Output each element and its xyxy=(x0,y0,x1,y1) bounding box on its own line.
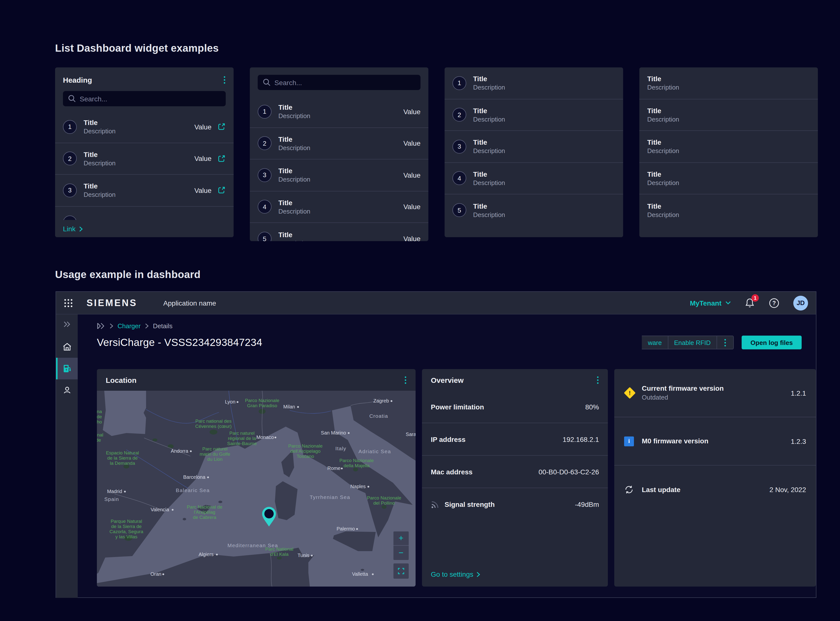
avatar[interactable]: JD xyxy=(793,295,808,310)
svg-text:Spain: Spain xyxy=(104,496,119,502)
sidebar-expand-button[interactable] xyxy=(56,314,78,334)
app-header: SIEMENS Application name MyTenant 1 xyxy=(56,292,816,314)
svg-text:Madrid: Madrid xyxy=(107,489,122,494)
list-item-clipped: 4 Title xyxy=(55,206,234,220)
breadcrumb-root-icon[interactable] xyxy=(97,323,105,329)
item-description: Description xyxy=(278,207,398,215)
list-item: 1 TitleDescription Value xyxy=(55,111,234,143)
breadcrumb-charger[interactable]: Charger xyxy=(118,322,141,330)
notifications-button[interactable]: 1 xyxy=(745,297,755,308)
map-fullscreen-button[interactable] xyxy=(393,563,409,579)
sidebar-item-charger[interactable] xyxy=(56,358,78,379)
item-title: Title xyxy=(84,182,189,191)
row-label: M0 firmware version xyxy=(642,436,709,446)
item-description: Description xyxy=(84,159,189,167)
map-zoom-out-button[interactable]: − xyxy=(393,546,409,560)
widget-search-value-list: 1 TitleDescription Value 2 TitleDescript… xyxy=(250,67,428,241)
list-item: 1 TitleDescription xyxy=(444,67,623,99)
item-value: Value xyxy=(403,139,420,147)
search-input[interactable] xyxy=(63,91,226,106)
svg-text:Rome: Rome xyxy=(327,465,340,471)
row-value: -49dBm xyxy=(575,500,599,508)
list-item: 3 TitleDescription Value xyxy=(55,175,234,206)
list-item: TitleDescription xyxy=(639,131,818,163)
siemens-logo: SIEMENS xyxy=(86,297,137,308)
item-description: Description xyxy=(278,176,398,184)
location-card-title: Location xyxy=(106,376,136,384)
svg-text:?: ? xyxy=(772,300,776,306)
item-description: Description xyxy=(647,147,810,155)
list-item: 3 TitleDescription xyxy=(444,131,623,163)
item-number: 5 xyxy=(452,203,466,217)
svg-text:Oran: Oran xyxy=(151,571,161,577)
search-icon xyxy=(263,78,271,89)
more-actions-button[interactable] xyxy=(717,336,733,349)
map[interactable]: LyonMilanZagrebSarajevCroatiaSan MarinoM… xyxy=(97,391,415,586)
chevron-right-icon xyxy=(145,323,148,329)
item-title: Title xyxy=(278,103,398,112)
location-pin xyxy=(261,507,277,527)
row-value: 2 Nov, 2022 xyxy=(769,486,806,494)
usage-section-title: Usage example in dashboard xyxy=(55,269,201,280)
svg-text:Croatia: Croatia xyxy=(369,413,388,419)
widget-footer-link[interactable]: Link xyxy=(63,225,82,233)
item-description: Description xyxy=(473,115,615,124)
open-log-files-button[interactable]: Open log files xyxy=(742,336,802,349)
chevron-right-icon xyxy=(79,226,82,232)
svg-text:Valencia: Valencia xyxy=(151,507,169,512)
item-value: Value xyxy=(194,155,212,163)
list-item: 2 TitleDescription xyxy=(444,99,623,131)
go-to-settings-link[interactable]: Go to settings xyxy=(431,570,480,578)
tenant-selector[interactable]: MyTenant xyxy=(690,299,731,307)
svg-text:Algiers: Algiers xyxy=(198,551,213,557)
item-title: Title xyxy=(278,167,398,176)
item-number: 4 xyxy=(258,200,272,214)
firmware-card: ! Current firmware version Outdated 1.2.… xyxy=(614,369,816,586)
firmware-row: Last update 2 Nov, 2022 xyxy=(614,465,816,514)
row-sublabel: Outdated xyxy=(642,393,724,402)
item-number: 3 xyxy=(452,140,466,153)
item-description: Description xyxy=(278,112,398,120)
item-description: Description xyxy=(278,144,398,152)
widgets-row: Heading 1 TitleDescription Value 2 Ti xyxy=(55,67,818,241)
list-item: 2 TitleDescription Value xyxy=(55,143,234,175)
signal-strength-icon xyxy=(431,500,440,509)
external-link-icon[interactable] xyxy=(218,123,226,131)
location-card: Location xyxy=(97,369,415,586)
map-zoom-in-button[interactable]: + xyxy=(393,532,409,546)
sidebar-item-home[interactable] xyxy=(56,336,78,358)
item-title: Title xyxy=(473,202,615,211)
help-button[interactable]: ? xyxy=(769,297,780,308)
map-canvas: LyonMilanZagrebSarajevCroatiaSan MarinoM… xyxy=(97,391,415,586)
item-title: Title xyxy=(647,106,810,115)
kebab-menu-icon[interactable] xyxy=(403,375,408,385)
item-number: 1 xyxy=(258,105,272,118)
svg-text:Monaco: Monaco xyxy=(256,435,274,440)
ev-charger-icon xyxy=(62,364,71,373)
kebab-menu-icon[interactable] xyxy=(222,74,227,85)
svg-text:San Marino: San Marino xyxy=(321,430,346,435)
item-number: 1 xyxy=(63,120,77,134)
row-label: Mac address xyxy=(431,468,473,476)
item-title: Title xyxy=(84,150,189,159)
widget-numbered-list: 1 TitleDescription 2 TitleDescription 3 … xyxy=(444,67,623,237)
help-icon: ? xyxy=(769,297,780,308)
external-link-icon[interactable] xyxy=(218,186,226,195)
update-firmware-button-clipped[interactable]: ware xyxy=(642,336,668,349)
external-link-icon[interactable] xyxy=(218,154,226,163)
search-icon xyxy=(68,94,76,105)
item-description: Description xyxy=(473,83,615,92)
list-item: 4 TitleDescription xyxy=(444,163,623,194)
widgets-section-title: List Dashboard widget examples xyxy=(55,42,219,54)
item-title: Title xyxy=(278,198,398,207)
app-switcher-icon[interactable] xyxy=(64,298,73,307)
sidebar-item-user[interactable] xyxy=(56,379,78,401)
item-value: Value xyxy=(194,123,212,131)
overview-card-title: Overview xyxy=(431,376,464,384)
svg-text:Parco NazionaleGran Paradiso: Parco NazionaleGran Paradiso xyxy=(245,398,279,408)
row-label: Last update xyxy=(642,485,680,494)
kebab-menu-icon[interactable] xyxy=(595,375,600,385)
search-input[interactable] xyxy=(258,75,420,90)
enable-rfid-button[interactable]: Enable RFID xyxy=(668,336,717,349)
overview-row: Signal strength -49dBm xyxy=(422,488,608,521)
